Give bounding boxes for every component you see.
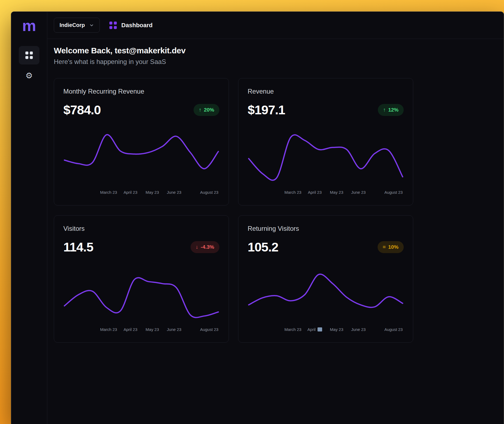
x-axis-label: April 23	[123, 190, 137, 195]
gear-icon: ⚙	[26, 71, 33, 80]
line-chart: March 23April 23May 23June 23August 23	[248, 129, 404, 196]
trend-up-icon: ↑	[383, 107, 386, 113]
x-axis-label: May 23	[330, 190, 343, 195]
x-axis-label: June 23	[167, 190, 181, 195]
trend-up-icon: ↑	[199, 107, 201, 113]
card-value: 114.5	[63, 239, 93, 254]
trend-value: -4.3%	[201, 244, 214, 250]
trend-badge: ↑ 20%	[194, 104, 219, 116]
breadcrumb: Dashboard	[109, 21, 153, 29]
x-axis-label: March 23	[284, 327, 301, 332]
app-window: m ⚙ IndieCorp	[11, 11, 504, 424]
x-axis-label: August 23	[200, 327, 219, 332]
card-title: Monthly Recurring Revenue	[63, 88, 219, 95]
chart-x-labels: March 23AprilMay 23June 23August 23	[248, 327, 404, 333]
page-title: Dashboard	[121, 22, 153, 29]
x-axis-label: August 23	[384, 327, 403, 332]
card-value: $784.0	[63, 102, 101, 117]
stat-card-returning-visitors: Returning Visitors 105.2 = 10% March 23A…	[238, 215, 413, 343]
card-value: $197.1	[248, 102, 285, 117]
trend-value: 20%	[204, 107, 214, 113]
chart-canvas	[248, 129, 404, 187]
x-axis-label: May 23	[146, 327, 159, 332]
card-title: Revenue	[248, 88, 404, 95]
line-chart: March 23April 23May 23June 23August 23	[63, 129, 219, 196]
trend-value: 10%	[388, 244, 399, 250]
sidebar-item-dashboard[interactable]	[19, 46, 39, 64]
x-axis-label: June 23	[167, 327, 181, 332]
card-title: Returning Visitors	[248, 225, 404, 232]
trend-down-icon: ↓	[196, 244, 198, 250]
chart-canvas	[63, 129, 219, 187]
x-axis-label: April 23	[123, 327, 137, 332]
sidebar-item-settings[interactable]: ⚙	[26, 72, 33, 80]
stat-card-revenue: Revenue $197.1 ↑ 12% March 23April 23May…	[238, 78, 413, 205]
x-axis-label: March 23	[100, 327, 117, 332]
chart-canvas	[248, 266, 404, 324]
org-name: IndieCorp	[60, 22, 85, 28]
chevron-down-icon	[89, 23, 94, 28]
x-axis-label: June 23	[351, 327, 366, 332]
chart-x-labels: March 23April 23May 23June 23August 23	[248, 190, 404, 196]
x-axis-label: May 23	[146, 190, 159, 195]
selection-artifact-square	[318, 327, 322, 331]
x-axis-label: May 23	[330, 327, 343, 332]
line-chart: March 23AprilMay 23June 23August 23	[248, 266, 404, 333]
chart-canvas	[63, 266, 219, 324]
chart-x-labels: March 23April 23May 23June 23August 23	[63, 190, 219, 196]
trend-badge: ↓ -4.3%	[191, 241, 219, 253]
stat-card-mrr: Monthly Recurring Revenue $784.0 ↑ 20% M…	[54, 78, 229, 205]
x-axis-label: April 23	[308, 190, 322, 195]
welcome-subtitle: Here's what is happening in your SaaS	[54, 58, 497, 66]
content-area: IndieCorp Dashboard	[47, 12, 504, 424]
sidebar: m ⚙	[11, 12, 47, 424]
x-axis-label: March 23	[100, 190, 117, 195]
dashboard-main: Welcome Back, test@makerkit.dev Here's w…	[47, 39, 504, 424]
x-axis-label: August 23	[384, 190, 403, 195]
grid-icon	[25, 51, 33, 59]
x-axis-label: August 23	[200, 190, 219, 195]
chart-x-labels: March 23April 23May 23June 23August 23	[63, 327, 219, 333]
x-axis-label: April	[307, 327, 322, 332]
stat-card-visitors: Visitors 114.5 ↓ -4.3% March 23April 23M…	[54, 215, 229, 343]
trend-badge: = 10%	[378, 241, 404, 253]
app-logo[interactable]: m	[22, 18, 36, 33]
card-title: Visitors	[63, 225, 219, 232]
x-axis-label: June 23	[351, 190, 366, 195]
welcome-title: Welcome Back, test@makerkit.dev	[54, 46, 497, 55]
stats-grid: Monthly Recurring Revenue $784.0 ↑ 20% M…	[54, 78, 413, 343]
trend-value: 12%	[388, 107, 399, 113]
line-chart: March 23April 23May 23June 23August 23	[63, 266, 219, 333]
org-switcher-button[interactable]: IndieCorp	[54, 18, 100, 33]
trend-flat-icon: =	[383, 244, 386, 250]
top-header: IndieCorp Dashboard	[47, 12, 504, 39]
x-axis-label: March 23	[284, 190, 301, 195]
trend-badge: ↑ 12%	[378, 104, 404, 116]
dashboard-grid-icon	[109, 21, 117, 29]
card-value: 105.2	[248, 239, 278, 254]
